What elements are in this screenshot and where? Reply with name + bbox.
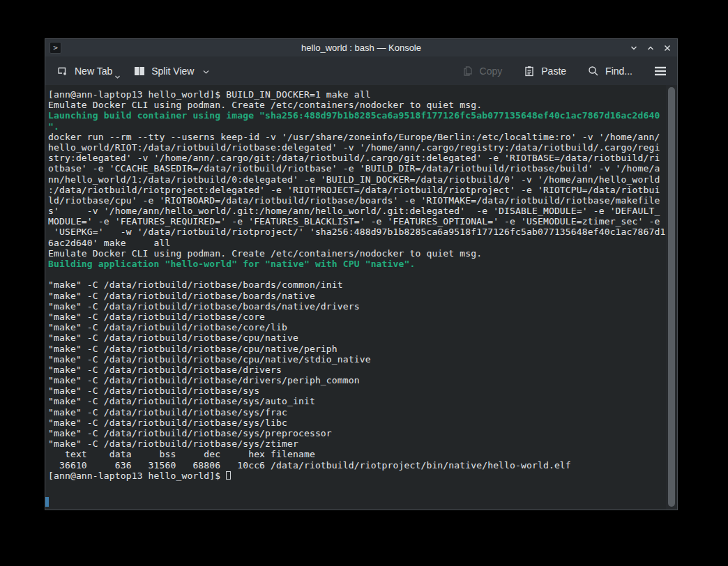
copy-icon — [462, 65, 474, 77]
hamburger-menu-icon — [653, 66, 667, 77]
new-output-marker — [45, 497, 49, 507]
terminal-line: "make" -C /data/riotbuild/riotbase/cpu/n… — [48, 332, 665, 343]
terminal-line: text data bss dec hex filename — [48, 449, 665, 459]
terminal-line: "make" -C /data/riotbuild/riotbase/board… — [48, 301, 665, 312]
titlebar[interactable]: > hello_world : bash — Konsole — [45, 39, 677, 56]
scrollbar-thumb[interactable] — [668, 87, 675, 507]
terminal-line: docker run --rm --tty --userns keep-id -… — [48, 132, 665, 142]
terminal-line: "make" -C /data/riotbuild/riotbase/sys/f… — [48, 407, 665, 418]
terminal-line: otbase' -e 'CCACHE_BASEDIR=/data/riotbui… — [48, 163, 665, 174]
new-tab-button[interactable]: New Tab — [56, 65, 112, 77]
paste-icon — [523, 65, 536, 77]
chevron-up-icon — [646, 43, 655, 53]
terminal-line: "make" -C /data/riotbuild/riotbase/sys/l… — [48, 418, 665, 428]
new-tab-label: New Tab — [75, 66, 112, 77]
toolbar: New Tab Split View — [45, 56, 677, 85]
paste-label: Paste — [541, 66, 566, 77]
chevron-down-icon — [629, 43, 639, 53]
paste-button[interactable]: Paste — [523, 65, 566, 77]
terminal-line: "make" -C /data/riotbuild/riotbase/sys/p… — [48, 428, 665, 438]
terminal-line: Building application "hello-world" for "… — [48, 259, 665, 269]
menu-button[interactable] — [653, 66, 667, 77]
terminal-line: "make" -C /data/riotbuild/riotbase/drive… — [48, 365, 665, 375]
terminal-line: MODULE=' -e 'FEATURES_REQUIRED=' -e 'FEA… — [48, 216, 665, 227]
toolbar-right-group: Copy Paste Find... — [462, 65, 667, 77]
terminal-line: Emulate Docker CLI using podman. Create … — [48, 248, 665, 259]
maximize-button[interactable] — [645, 43, 656, 54]
terminal-line: "make" -C /data/riotbuild/riotbase/cpu/n… — [48, 344, 665, 354]
terminal-line: [ann@ann-laptop13 hello_world]$ — [48, 471, 665, 481]
terminal-line — [48, 269, 665, 280]
new-tab-icon — [56, 65, 69, 77]
terminal-line: "make" -C /data/riotbuild/riotbase/board… — [48, 280, 665, 290]
terminal: [ann@ann-laptop13 hello_world]$ BUILD_IN… — [45, 85, 677, 510]
terminal-output[interactable]: [ann@ann-laptop13 hello_world]$ BUILD_IN… — [48, 89, 665, 510]
terminal-line: "make" -C /data/riotbuild/riotbase/sys/a… — [48, 396, 665, 406]
terminal-line: ". — [48, 121, 665, 132]
close-button[interactable] — [662, 43, 673, 54]
terminal-scrollbar[interactable] — [666, 85, 677, 510]
chevron-down-icon — [202, 66, 210, 77]
terminal-line: "make" -C /data/riotbuild/riotbase/drive… — [48, 375, 665, 385]
split-view-button[interactable]: Split View — [133, 65, 210, 77]
window-controls — [628, 39, 673, 56]
terminal-line: "make" -C /data/riotbuild/riotbase/cpu/n… — [48, 354, 665, 365]
find-button[interactable]: Find... — [587, 65, 632, 77]
terminal-line: 6ac2d640' make all — [48, 238, 665, 248]
terminal-line: stry:delegated' -v '/home/ann/.cargo/git… — [48, 153, 665, 163]
terminal-line: s' -v '/home/ann/hello_world/.git:/home/… — [48, 206, 665, 216]
terminal-line: Emulate Docker CLI using podman. Create … — [48, 100, 665, 110]
chevron-down-icon — [114, 70, 121, 82]
terminal-line: ld/riotbase/cpu' -e 'RIOTBOARD=/data/rio… — [48, 195, 665, 206]
copy-label: Copy — [480, 66, 503, 77]
copy-button[interactable]: Copy — [462, 65, 503, 77]
terminal-line: 36610 636 31560 68806 10cc6 /data/riotbu… — [48, 460, 665, 471]
terminal-line: "make" -C /data/riotbuild/riotbase/core/… — [48, 322, 665, 332]
search-icon — [587, 65, 600, 77]
close-icon — [662, 43, 672, 53]
konsole-app-icon[interactable]: > — [50, 42, 61, 54]
terminal-line: nn/hello_world/1:/data/riotbuild/0:deleg… — [48, 174, 665, 185]
terminal-line: hello_world/RIOT:/data/riotbuild/riotbas… — [48, 142, 665, 153]
find-label: Find... — [605, 66, 632, 77]
terminal-line: "make" -C /data/riotbuild/riotbase/sys — [48, 385, 665, 396]
terminal-line: Launching build container using image "s… — [48, 110, 665, 121]
terminal-line: [ann@ann-laptop13 hello_world]$ BUILD_IN… — [48, 89, 665, 100]
window-title: hello_world : bash — Konsole — [45, 43, 677, 53]
minimize-button[interactable] — [628, 43, 639, 54]
terminal-line: "make" -C /data/riotbuild/riotbase/core — [48, 312, 665, 322]
terminal-line: 'USEPKG=' -w '/data/riotbuild/riotprojec… — [48, 227, 665, 237]
split-view-label: Split View — [151, 66, 194, 77]
terminal-line: "make" -C /data/riotbuild/riotbase/board… — [48, 291, 665, 301]
desktop: > hello_world : bash — Konsole — [0, 0, 728, 566]
text-cursor — [226, 471, 231, 480]
konsole-window: > hello_world : bash — Konsole — [45, 38, 678, 510]
terminal-line: :/data/riotbuild/riotproject:delegated' … — [48, 185, 665, 195]
split-view-icon — [133, 65, 146, 77]
terminal-line: "make" -C /data/riotbuild/riotbase/sys/z… — [48, 438, 665, 449]
